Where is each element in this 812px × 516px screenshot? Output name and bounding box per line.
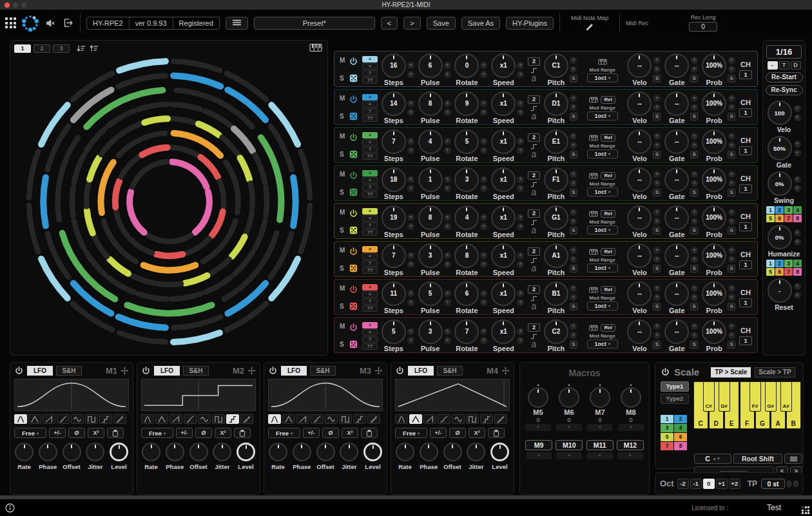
increment-button[interactable]: + (517, 138, 524, 145)
macro-assign-button[interactable]: + (556, 424, 582, 431)
rotate-knob[interactable]: 7 (454, 320, 479, 344)
sync-button-D[interactable]: D (791, 61, 801, 70)
ring-8-step-4[interactable] (130, 192, 144, 233)
pulse-knob[interactable]: 6 (418, 53, 443, 78)
rel-button[interactable]: Rel (601, 210, 615, 218)
lfo-mod-button-Ø[interactable]: Ø (195, 428, 212, 438)
rotate-knob[interactable]: 4 (454, 205, 479, 230)
mute-button[interactable]: M (340, 133, 345, 140)
s-mod-button[interactable]: S (653, 303, 661, 311)
ring-2-step-4[interactable] (293, 178, 296, 226)
prev-preset-button[interactable]: < (381, 17, 398, 30)
waveshape-button-6[interactable] (466, 414, 479, 424)
move-icon[interactable] (247, 367, 256, 375)
lfo-sync-selector[interactable]: Free▾ (14, 428, 46, 438)
gate-mode-icon[interactable] (530, 181, 538, 188)
panic-export-icon[interactable] (62, 17, 74, 28)
decrement-button[interactable]: + (517, 71, 524, 78)
pulse-knob[interactable]: 4 (418, 129, 443, 154)
dice-icon[interactable] (349, 74, 358, 82)
ring-1-step-11[interactable] (41, 259, 68, 298)
increment-button[interactable]: + (517, 328, 524, 335)
sh-tab[interactable]: S&H (310, 366, 336, 376)
increment-button[interactable]: + (480, 138, 487, 145)
ring-7-step-8[interactable] (116, 211, 127, 235)
direction-button-q[interactable]: ? (362, 146, 378, 153)
ring-1-step-12[interactable] (29, 205, 38, 252)
decrement-button[interactable]: + (444, 185, 451, 192)
velo-global[interactable]: 100 (768, 100, 792, 125)
decrement-button[interactable]: + (728, 180, 735, 187)
pulse-knob[interactable]: 1 (418, 167, 443, 192)
pulse-knob[interactable]: 3 (418, 244, 443, 268)
lfo-phase-knob[interactable] (293, 443, 311, 461)
direction-button-<[interactable]: < (362, 291, 378, 298)
macro-m5-knob[interactable] (528, 387, 548, 408)
steps-knob[interactable]: 7 (382, 244, 406, 268)
decrement-button[interactable]: + (444, 261, 451, 268)
solo-button[interactable]: S (340, 151, 345, 158)
macro-m6-knob[interactable] (559, 387, 579, 408)
track-power-icon[interactable] (349, 95, 358, 104)
s-mod-button[interactable]: S (570, 151, 577, 158)
waveshape-button-8[interactable] (367, 414, 380, 424)
decrement-button[interactable]: + (444, 299, 451, 306)
macro-m8-knob[interactable] (621, 387, 641, 408)
ring-1-step-4[interactable] (301, 151, 310, 198)
copy-icon[interactable] (234, 428, 251, 438)
black-key-As[interactable]: A# (780, 381, 792, 412)
lfo-mod-button-+/-[interactable]: +/- (430, 428, 447, 438)
velo-knob[interactable]: -- (627, 167, 652, 192)
increment-button[interactable]: + (517, 176, 524, 183)
s-mod-button[interactable]: S (690, 75, 698, 82)
track-select-5[interactable]: 5 (766, 215, 775, 222)
lfo-tab[interactable]: LFO (154, 366, 180, 376)
increment-button[interactable]: + (480, 252, 487, 259)
increment-button[interactable]: + (794, 105, 801, 112)
speed-knob[interactable]: x1 (491, 129, 516, 154)
lfo-sync-selector[interactable]: Free▾ (268, 428, 300, 438)
decrement-button[interactable]: + (728, 104, 735, 111)
increment-button[interactable]: + (407, 290, 414, 297)
ring-4-step-10[interactable] (139, 294, 167, 299)
accent-icon[interactable] (530, 75, 537, 82)
preset-selector[interactable]: Preset* (254, 17, 375, 30)
decrement-button[interactable]: + (570, 66, 577, 73)
waveshape-button-7[interactable] (99, 414, 112, 424)
waveshape-button-3[interactable] (423, 414, 436, 424)
dice-icon[interactable] (349, 226, 358, 234)
track-select-8[interactable]: 8 (793, 268, 802, 276)
root-shift-button[interactable]: Root Shift (733, 454, 782, 464)
track-power-icon[interactable] (349, 323, 358, 332)
black-key-Fs[interactable]: F# (749, 381, 761, 412)
macro-m10-button[interactable]: M10 (556, 440, 583, 450)
rel-button[interactable]: Rel (601, 96, 615, 104)
rotate-knob[interactable]: 8 (454, 244, 479, 268)
increment-button[interactable]: + (480, 176, 487, 183)
mod-range-selector[interactable]: 1oct▾ (587, 263, 618, 272)
track-select-3[interactable]: 3 (784, 206, 793, 214)
grid-tab-2[interactable]: 2 (34, 44, 50, 53)
gate-knob[interactable]: -- (664, 282, 689, 306)
decrement-button[interactable]: + (517, 185, 524, 192)
gate-knob[interactable]: -- (664, 129, 689, 154)
increment-button[interactable]: + (444, 328, 451, 335)
save-as-button[interactable]: Save As (461, 17, 500, 30)
direction-button-q[interactable]: ? (362, 70, 378, 77)
ring-2-step-14[interactable] (119, 75, 166, 86)
s-mod-button[interactable]: S (570, 265, 577, 272)
ring-4-step-8[interactable] (205, 278, 230, 292)
lfo-rate-knob[interactable] (269, 443, 287, 461)
solo-button[interactable]: S (340, 265, 345, 272)
ring-5-step-17[interactable] (101, 137, 117, 155)
grid-tab-1[interactable]: 1 (14, 44, 31, 53)
increment-button[interactable]: + (407, 138, 414, 145)
range-value-box[interactable]: 2 (528, 171, 540, 180)
ring-4-step-14[interactable] (72, 187, 73, 216)
range-value-box[interactable]: 2 (528, 57, 540, 66)
increment-button[interactable]: + (407, 176, 414, 183)
macro-assign-button[interactable]: + (526, 452, 552, 459)
ch-value[interactable]: 1 (739, 184, 752, 193)
ring-5-step-1[interactable] (171, 119, 195, 122)
ring-5-step-2[interactable] (198, 124, 219, 135)
